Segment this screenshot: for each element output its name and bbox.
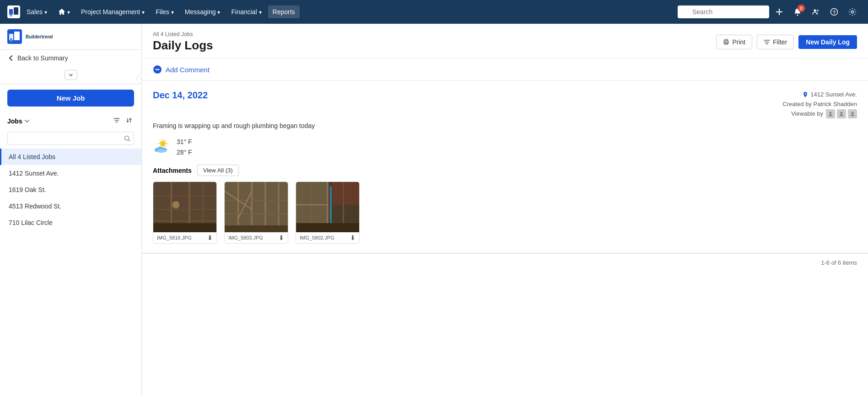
nav-sales[interactable]: Sales (22, 5, 52, 18)
attachment-footer: IMG_5816.JPG ⬇ (153, 232, 216, 243)
pagination-info: 1-6 of 6 items (142, 253, 868, 272)
svg-point-31 (852, 112, 854, 114)
construction-photo-3 (296, 182, 359, 232)
print-button[interactable]: Print (716, 35, 752, 49)
attachment-item[interactable]: IMG_5802.JPG ⬇ (296, 181, 360, 244)
app-layout: Buildertrend Back to Summary New Job Job… (0, 24, 868, 395)
back-to-summary-button[interactable]: Back to Summary (7, 54, 134, 62)
sidebar-item-all-jobs[interactable]: All 4 Listed Jobs (0, 149, 141, 165)
svg-point-28 (805, 93, 806, 95)
new-job-button[interactable]: New Job (7, 90, 134, 107)
construction-photo-1 (153, 182, 216, 232)
svg-point-29 (830, 112, 832, 114)
viewable-icon-2 (837, 109, 846, 118)
gear-icon (848, 8, 857, 16)
svg-line-40 (165, 140, 166, 141)
sidebar-header: Buildertrend (0, 24, 141, 50)
svg-line-37 (160, 140, 161, 141)
nav-files[interactable]: Files (151, 5, 178, 18)
attachment-thumb (153, 182, 216, 232)
sidebar-item-1412[interactable]: 1412 Sunset Ave. (0, 165, 141, 181)
log-description: Framing is wrapping up and rough plumbin… (153, 122, 857, 129)
attachment-item[interactable]: IMG_5803.JPG ⬇ (224, 181, 288, 244)
people-button[interactable] (808, 4, 824, 20)
chevron-down-icon (217, 8, 220, 16)
svg-point-30 (841, 112, 843, 114)
search-input[interactable] (678, 5, 769, 18)
logo (7, 5, 20, 18)
weather-temps: 31° F 28° F (177, 137, 192, 157)
person-icon (828, 111, 833, 117)
sort-jobs-button[interactable] (125, 116, 134, 126)
viewable-icons (826, 109, 857, 118)
nav-reports[interactable]: Reports (268, 5, 300, 18)
logo-icon (7, 5, 20, 18)
view-all-button[interactable]: View All (3) (197, 165, 239, 176)
sidebar-item-4513[interactable]: 4513 Redwood St. (0, 198, 141, 214)
nav-home[interactable] (54, 5, 75, 18)
notifications-button[interactable]: 2 (789, 4, 806, 20)
chevron-down-icon (142, 8, 145, 16)
print-icon (723, 39, 729, 45)
search-wrapper (678, 5, 769, 18)
nav-messaging[interactable]: Messaging (180, 5, 225, 18)
svg-rect-22 (725, 39, 728, 41)
add-button[interactable] (771, 4, 787, 20)
svg-rect-52 (153, 223, 216, 232)
sidebar-item-1619[interactable]: 1619 Oak St. (0, 181, 141, 198)
chevron-down-icon (69, 73, 73, 77)
chevron-left-icon (140, 76, 142, 81)
svg-point-10 (817, 10, 819, 11)
jobs-actions (112, 116, 134, 126)
nav-financial[interactable]: Financial (226, 5, 266, 18)
sidebar-item-710[interactable]: 710 Lilac Circle (0, 214, 141, 231)
svg-text:?: ? (833, 10, 836, 15)
home-icon (58, 8, 65, 16)
svg-point-26 (157, 69, 158, 70)
attachments-section: Attachments View All (3) (153, 165, 857, 244)
topnav: Sales Project Management Files Messaging… (0, 0, 868, 24)
chevron-down-icon (67, 8, 70, 16)
download-icon[interactable]: ⬇ (350, 234, 356, 241)
back-area: Back to Summary (0, 50, 141, 66)
help-button[interactable]: ? (826, 4, 842, 20)
people-icon (812, 8, 820, 16)
attachment-item[interactable]: IMG_5816.JPG ⬇ (153, 181, 217, 244)
construction-photo-2 (225, 182, 288, 232)
main-header: All 4 Listed Jobs Daily Logs Print (142, 24, 868, 59)
attachment-footer: IMG_5803.JPG ⬇ (225, 232, 288, 243)
svg-point-9 (814, 10, 816, 12)
new-daily-log-button[interactable]: New Daily Log (798, 35, 857, 49)
svg-rect-73 (296, 223, 359, 232)
viewable-icon-1 (826, 109, 835, 118)
log-date-link[interactable]: Dec 14, 2022 (153, 90, 208, 101)
filter-jobs-button[interactable] (112, 116, 121, 126)
attachments-label: Attachments (153, 167, 192, 174)
settings-button[interactable] (844, 4, 861, 20)
comment-icon (153, 65, 162, 74)
dropdown-trigger[interactable] (65, 70, 77, 80)
svg-rect-61 (225, 225, 288, 232)
jobs-header: Jobs (0, 112, 141, 130)
attachments-grid: IMG_5816.JPG ⬇ (153, 181, 857, 244)
sidebar-logo: Buildertrend (7, 29, 53, 44)
chevron-down-icon (44, 8, 47, 16)
add-comment-button[interactable]: Add Comment (153, 65, 210, 74)
job-search-wrapper (7, 132, 134, 145)
nav-project-management[interactable]: Project Management (76, 5, 149, 18)
svg-point-53 (172, 201, 179, 208)
download-icon[interactable]: ⬇ (207, 234, 213, 241)
job-search-input[interactable] (7, 132, 134, 145)
page-title-area: All 4 Listed Jobs Daily Logs (153, 31, 213, 53)
log-meta: 1412 Sunset Ave. Created by Patrick Shad… (782, 90, 857, 118)
weather-partly-cloudy-icon (153, 137, 171, 154)
attachment-thumb (225, 182, 288, 232)
filter-button[interactable]: Filter (757, 35, 794, 49)
jobs-chevron-icon (24, 118, 30, 124)
download-icon[interactable]: ⬇ (279, 234, 284, 241)
svg-rect-17 (14, 32, 20, 40)
sidebar-dropdown (0, 66, 141, 84)
jobs-dropdown-trigger[interactable]: Jobs (7, 117, 30, 125)
attachment-thumb (296, 182, 359, 232)
back-arrow-icon (7, 54, 15, 62)
